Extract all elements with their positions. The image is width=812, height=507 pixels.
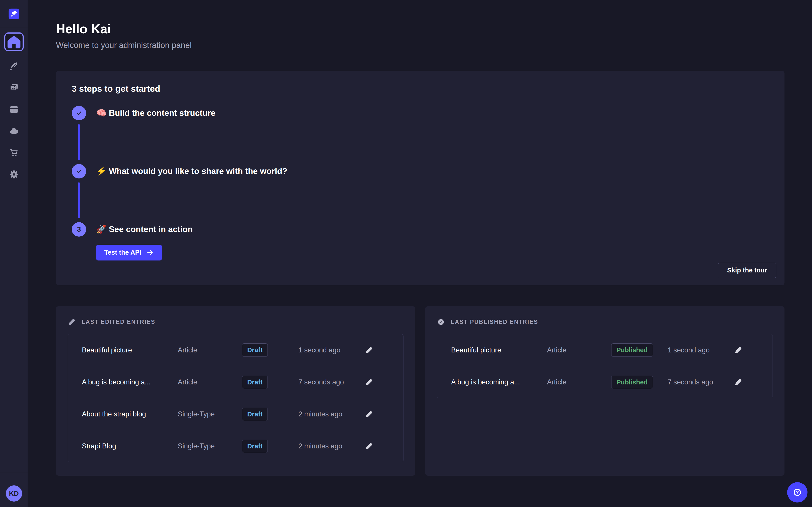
entry-title-cell: A bug is becoming a... [451, 378, 547, 386]
images-icon [9, 83, 19, 93]
edit-entry-button[interactable] [731, 376, 745, 389]
edit-entry-button[interactable] [362, 407, 376, 421]
step-build-content-structure[interactable]: 🧠 Build the content structure [72, 106, 772, 120]
panel-header: LAST EDITED ENTRIES [68, 318, 404, 326]
panel-header: LAST PUBLISHED ENTRIES [437, 318, 773, 326]
test-api-button[interactable]: Test the API [96, 245, 162, 261]
sidebar-item-content-type-builder[interactable] [4, 103, 24, 116]
pencil-icon [734, 378, 742, 386]
check-icon [75, 168, 83, 175]
strapi-admin-app: KD Hello Kai Welcome to your administrat… [0, 0, 812, 507]
entry-title-cell: About the strapi blog [82, 410, 178, 418]
panel-title: LAST EDITED ENTRIES [82, 319, 155, 325]
edit-entry-button[interactable] [362, 343, 376, 357]
pencil-icon [365, 346, 373, 354]
status-badge: Published [611, 343, 653, 357]
table-row: Beautiful picture Article Draft 1 second… [68, 334, 403, 366]
edit-entry-button[interactable] [362, 376, 376, 389]
entry-title-cell: Beautiful picture [451, 346, 547, 354]
last-published-table: Beautiful picture Article Published 1 se… [437, 334, 773, 398]
arrow-right-icon [146, 249, 154, 257]
sidebar-item-media-library[interactable] [4, 81, 24, 95]
panel-title: LAST PUBLISHED ENTRIES [451, 319, 538, 325]
user-avatar[interactable]: KD [6, 485, 22, 502]
cart-icon [9, 148, 19, 158]
step-done-indicator [72, 164, 86, 178]
status-badge-cell: Draft [242, 376, 298, 389]
entry-time-cell: 1 second ago [298, 346, 362, 354]
edit-entry-button[interactable] [731, 343, 745, 357]
page-title: Hello Kai [56, 22, 784, 37]
status-badge: Draft [242, 376, 268, 389]
main-content: Hello Kai Welcome to your administration… [28, 0, 812, 507]
table-row: Beautiful picture Article Published 1 se… [437, 334, 772, 366]
sidebar-item-marketplace[interactable] [4, 146, 24, 160]
entry-type-cell: Article [178, 378, 242, 386]
question-circle-icon: ? [791, 486, 803, 498]
status-badge: Published [611, 376, 653, 389]
status-badge-cell: Draft [242, 343, 298, 357]
skip-tour-button[interactable]: Skip the tour [718, 263, 776, 278]
entry-type-cell: Article [178, 346, 242, 354]
sidebar-item-content-manager[interactable] [4, 59, 24, 73]
layout-icon [9, 104, 19, 115]
entry-time-cell: 2 minutes ago [298, 442, 362, 450]
onboarding-steps: 🧠 Build the content structure ⚡ What wou… [72, 106, 772, 261]
status-badge-cell: Published [611, 343, 668, 357]
entry-type-cell: Article [547, 346, 611, 354]
sidebar-footer: KD [0, 472, 28, 507]
pencil-icon [365, 378, 373, 386]
pencil-icon [365, 442, 373, 450]
entry-title-cell: A bug is becoming a... [82, 378, 178, 386]
sidebar-item-deploy[interactable] [4, 124, 24, 138]
pencil-icon [365, 410, 373, 418]
entry-time-cell: 1 second ago [668, 346, 731, 354]
step-action-row: Test the API [96, 245, 772, 261]
entry-type-cell: Single-Type [178, 442, 242, 450]
check-circle-icon [437, 318, 445, 326]
help-button[interactable]: ? [787, 482, 808, 503]
status-badge: Draft [242, 408, 268, 421]
sidebar-item-settings[interactable] [4, 168, 24, 181]
sidebar-item-home[interactable] [4, 33, 24, 51]
status-badge: Draft [242, 440, 268, 453]
sidebar-nav [0, 28, 28, 181]
check-icon [75, 110, 83, 117]
strapi-logo-icon [9, 9, 19, 19]
page-subtitle: Welcome to your administration panel [56, 41, 784, 50]
entry-panels: LAST EDITED ENTRIES Beautiful picture Ar… [56, 306, 784, 476]
step-connector [78, 124, 80, 160]
test-api-label: Test the API [104, 249, 141, 256]
strapi-logo[interactable] [9, 9, 19, 19]
step-done-indicator [72, 106, 86, 120]
feather-icon [9, 61, 19, 71]
entry-title-cell: Strapi Blog [82, 442, 178, 450]
step-see-content-in-action[interactable]: 3 🚀 See content in action [72, 222, 772, 237]
step-share-with-world[interactable]: ⚡ What would you like to share with the … [72, 164, 772, 178]
gear-icon [9, 169, 19, 180]
pencil-icon [68, 318, 76, 326]
table-row: A bug is becoming a... Article Draft 7 s… [68, 366, 403, 398]
entry-type-cell: Single-Type [178, 410, 242, 418]
entry-title-cell: Beautiful picture [82, 346, 178, 354]
entry-type-cell: Article [547, 378, 611, 386]
step-number-indicator: 3 [72, 222, 86, 237]
status-badge-cell: Published [611, 376, 668, 389]
sidebar-logo-zone [0, 0, 28, 28]
table-row: About the strapi blog Single-Type Draft … [68, 398, 403, 430]
last-published-entries-panel: LAST PUBLISHED ENTRIES Beautiful picture… [425, 306, 784, 476]
table-row: Strapi Blog Single-Type Draft 2 minutes … [68, 430, 403, 462]
step-label: 🧠 Build the content structure [96, 108, 215, 118]
last-edited-table: Beautiful picture Article Draft 1 second… [68, 334, 404, 462]
entry-time-cell: 7 seconds ago [668, 378, 731, 386]
entry-time-cell: 7 seconds ago [298, 378, 362, 386]
step-label: 🚀 See content in action [96, 224, 193, 234]
onboarding-card: 3 steps to get started 🧠 Build the conte… [56, 71, 784, 285]
last-edited-entries-panel: LAST EDITED ENTRIES Beautiful picture Ar… [56, 306, 415, 476]
table-row: A bug is becoming a... Article Published… [437, 366, 772, 398]
step-connector [78, 182, 80, 218]
pencil-icon [734, 346, 742, 354]
status-badge-cell: Draft [242, 408, 298, 421]
edit-entry-button[interactable] [362, 439, 376, 453]
home-icon [5, 33, 22, 51]
